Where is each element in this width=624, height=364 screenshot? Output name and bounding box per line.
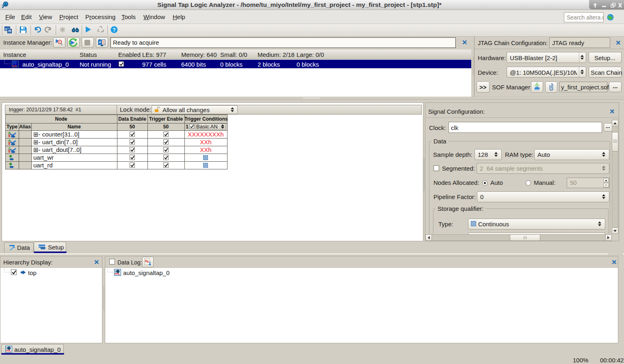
svg-text:?: ? [113,27,116,33]
svg-text:n: n [4,2,7,6]
svg-text:✱: ✱ [9,162,12,166]
svg-text:✱: ✱ [9,154,12,158]
